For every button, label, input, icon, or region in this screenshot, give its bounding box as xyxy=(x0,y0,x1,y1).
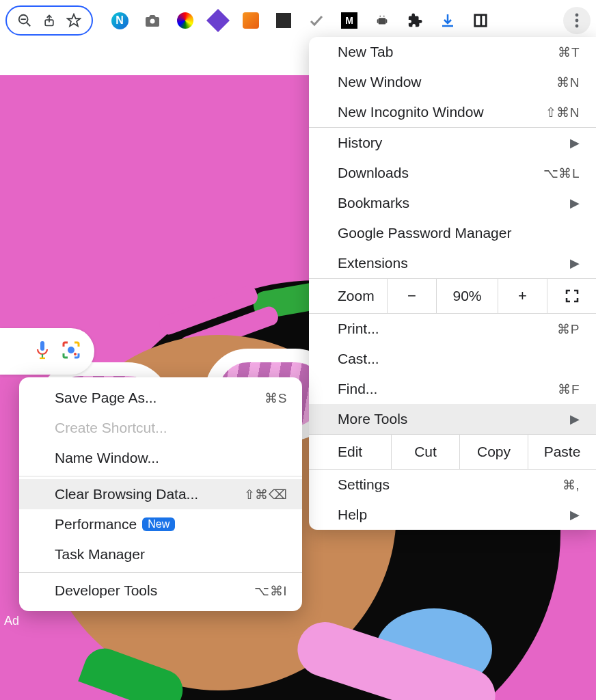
submenu-separator xyxy=(19,476,302,476)
chevron-right-icon: ▶ xyxy=(570,412,580,427)
shortcut-label: ⌘T xyxy=(558,44,580,60)
zoom-out-button[interactable]: − xyxy=(387,279,436,313)
menu-label: History xyxy=(338,135,382,151)
menu-label: Extensions xyxy=(338,255,408,271)
fullscreen-button[interactable] xyxy=(547,279,596,313)
menu-history[interactable]: History ▶ xyxy=(309,128,596,158)
chevron-right-icon: ▶ xyxy=(570,507,580,522)
menu-new-tab[interactable]: New Tab ⌘T xyxy=(309,37,596,67)
menu-label: New Tab xyxy=(338,44,393,60)
menu-zoom-row: Zoom − 90% + xyxy=(309,278,596,314)
menu-help[interactable]: Help ▶ xyxy=(309,500,596,530)
menu-settings[interactable]: Settings ⌘, xyxy=(309,470,596,500)
extension-icons-row: N M xyxy=(111,12,558,29)
menu-bookmarks[interactable]: Bookmarks ▶ xyxy=(309,188,596,218)
menu-edit-row: Edit Cut Copy Paste xyxy=(309,434,596,470)
fox-icon[interactable] xyxy=(242,12,260,29)
submenu-save-page[interactable]: Save Page As... ⌘S xyxy=(19,383,302,413)
menu-label: Print... xyxy=(338,321,379,337)
shortcut-label: ⌘, xyxy=(563,477,580,493)
zoom-label: Zoom xyxy=(309,280,387,312)
panel-icon[interactable] xyxy=(472,12,489,29)
svg-point-7 xyxy=(379,16,381,17)
menu-downloads[interactable]: Downloads ⌥⌘L xyxy=(309,158,596,188)
android-icon[interactable] xyxy=(373,12,391,29)
new-badge: New xyxy=(142,517,175,531)
svg-marker-4 xyxy=(68,14,80,26)
menu-label: Find... xyxy=(338,381,377,397)
voice-search-icon[interactable] xyxy=(34,340,51,363)
submenu-clear-browsing-data[interactable]: Clear Browsing Data... ⇧⌘⌫ xyxy=(19,479,302,509)
menu-label: Help xyxy=(338,507,367,523)
menu-label: Settings xyxy=(338,476,390,493)
submenu-label: Task Manager xyxy=(55,546,145,563)
extension-n-icon[interactable]: N xyxy=(111,12,128,29)
submenu-performance[interactable]: Performance New xyxy=(19,509,302,539)
menu-label: More Tools xyxy=(338,411,407,427)
edit-cut-button[interactable]: Cut xyxy=(391,435,459,469)
search-actions-pill xyxy=(0,328,94,375)
menu-extensions[interactable]: Extensions ▶ xyxy=(309,248,596,278)
submenu-task-manager[interactable]: Task Manager xyxy=(19,539,302,569)
submenu-label: Create Shortcut... xyxy=(55,420,167,436)
menu-label: Google Password Manager xyxy=(338,225,511,241)
edit-label: Edit xyxy=(309,435,391,469)
menu-print[interactable]: Print... ⌘P xyxy=(309,314,596,344)
shortcut-label: ⌘F xyxy=(558,381,580,397)
submenu-label: Name Window... xyxy=(55,450,159,466)
svg-point-8 xyxy=(383,16,385,17)
submenu-label: Save Page As... xyxy=(55,390,157,406)
more-menu-button[interactable] xyxy=(563,7,591,34)
zoom-value: 90% xyxy=(436,279,498,313)
shortcut-label: ⌥⌘L xyxy=(543,165,580,181)
color-wheel-icon[interactable] xyxy=(176,12,194,29)
shortcut-label: ⌘S xyxy=(265,390,287,406)
edit-copy-button[interactable]: Copy xyxy=(459,435,528,469)
svg-point-20 xyxy=(68,347,74,353)
toolbar-action-group xyxy=(5,5,93,36)
submenu-label: Clear Browsing Data... xyxy=(55,486,198,502)
menu-find[interactable]: Find... ⌘F xyxy=(309,374,596,404)
svg-rect-6 xyxy=(379,18,386,24)
menu-label: Cast... xyxy=(338,351,379,367)
svg-point-5 xyxy=(150,19,155,24)
zoom-out-icon[interactable] xyxy=(16,12,33,29)
menu-cast[interactable]: Cast... xyxy=(309,344,596,374)
menu-password-manager[interactable]: Google Password Manager xyxy=(309,218,596,248)
more-tools-submenu: Save Page As... ⌘S Create Shortcut... Na… xyxy=(19,377,302,611)
menu-more-tools[interactable]: More Tools ▶ xyxy=(309,404,596,434)
submenu-label: Developer Tools xyxy=(55,582,157,599)
chevron-right-icon: ▶ xyxy=(570,256,580,271)
lens-search-icon[interactable] xyxy=(62,340,81,362)
shortcut-label: ⌘P xyxy=(557,321,580,337)
svg-point-16 xyxy=(575,25,579,28)
chevron-right-icon: ▶ xyxy=(570,135,580,150)
submenu-create-shortcut: Create Shortcut... xyxy=(19,413,302,443)
dark-square-icon[interactable] xyxy=(275,12,293,29)
share-icon[interactable] xyxy=(41,12,57,29)
submenu-label: Performance xyxy=(55,516,137,533)
shortcut-label: ⌥⌘I xyxy=(254,583,287,599)
svg-rect-10 xyxy=(386,19,388,23)
submenu-separator xyxy=(19,572,302,573)
shortcut-label: ⇧⌘⌫ xyxy=(244,487,288,502)
ad-label: Ad xyxy=(4,614,19,628)
zoom-in-button[interactable]: + xyxy=(498,279,547,313)
check-icon[interactable] xyxy=(308,12,325,29)
menu-new-window[interactable]: New Window ⌘N xyxy=(309,67,596,97)
submenu-name-window[interactable]: Name Window... xyxy=(19,443,302,473)
menu-label: New Window xyxy=(338,74,422,90)
bookmark-star-icon[interactable] xyxy=(66,12,82,29)
m-square-icon[interactable]: M xyxy=(340,12,358,29)
svg-point-21 xyxy=(74,353,77,355)
submenu-developer-tools[interactable]: Developer Tools ⌥⌘I xyxy=(19,576,302,606)
submenu-label-group: Performance New xyxy=(55,516,175,533)
download-icon[interactable] xyxy=(439,12,457,29)
camera-icon[interactable] xyxy=(144,12,161,29)
diamond-icon[interactable] xyxy=(209,12,227,29)
svg-point-14 xyxy=(575,14,579,17)
menu-incognito[interactable]: New Incognito Window ⇧⌘N xyxy=(309,97,596,127)
edit-paste-button[interactable]: Paste xyxy=(528,435,596,469)
browser-toolbar: N M xyxy=(0,0,596,41)
puzzle-icon[interactable] xyxy=(406,12,424,29)
